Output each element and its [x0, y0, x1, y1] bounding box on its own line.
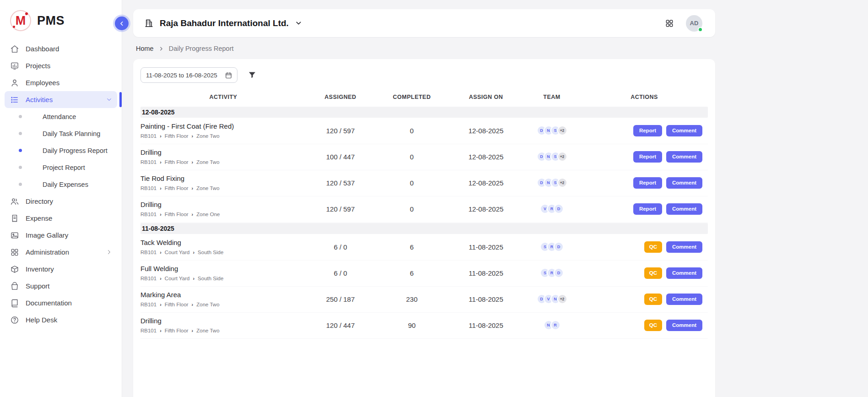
activity-path: RB101›Fifth Floor›Zone One: [140, 212, 306, 217]
activity-path: RB101›Fifth Floor›Zone Two: [140, 159, 306, 165]
activity-cell: DrillingRB101›Fifth Floor›Zone One: [140, 201, 306, 217]
comment-button[interactable]: Comment: [666, 203, 702, 215]
chevron-right-icon: ›: [192, 134, 194, 139]
report-button[interactable]: Report: [633, 125, 662, 136]
path-segment: RB101: [140, 212, 156, 217]
sidebar-item-label: Projects: [26, 62, 50, 70]
activity-title: Painting - First Coat (Fire Red): [140, 122, 306, 130]
sidebar-item-help-desk[interactable]: Help Desk: [5, 311, 117, 328]
sidebar-item-image-gallary[interactable]: Image Gallary: [5, 227, 117, 244]
actions-cell: ReportComment: [581, 151, 708, 163]
chevron-left-icon: [119, 20, 125, 27]
comment-button[interactable]: Comment: [666, 241, 702, 253]
comment-button[interactable]: Comment: [666, 125, 702, 136]
date-group-header: 11-08-2025: [140, 223, 708, 234]
sidebar-collapse-button[interactable]: [115, 16, 129, 30]
sidebar-item-label: Inventory: [26, 265, 54, 273]
qc-button[interactable]: QC: [644, 267, 662, 279]
apps-grid-button[interactable]: [665, 19, 674, 28]
sidebar-item-activities[interactable]: Activities: [5, 91, 117, 108]
sidebar-item-label: Help Desk: [26, 316, 57, 324]
completed-value: 90: [375, 321, 449, 329]
team-cell: DNS+2: [523, 178, 581, 188]
user-avatar[interactable]: AD: [686, 15, 702, 32]
calendar-icon: [225, 71, 232, 79]
sidebar-item-administration[interactable]: Administration: [5, 244, 117, 261]
filter-button[interactable]: [248, 71, 257, 80]
sidebar-subitem-attendance[interactable]: Attendance: [0, 108, 122, 125]
sidebar-subitem-daily-progress-report[interactable]: Daily Progress Report: [0, 142, 122, 159]
report-button[interactable]: Report: [633, 151, 662, 163]
sidebar-item-directory[interactable]: Directory: [5, 193, 117, 210]
table-row: Full WeldingRB101›Court Yard›South Side6…: [140, 261, 708, 287]
chevron-right-icon: [158, 46, 164, 52]
report-button[interactable]: Report: [633, 177, 662, 189]
team-cell: DVN+2: [523, 294, 581, 304]
activity-path: RB101›Fifth Floor›Zone Two: [140, 328, 306, 333]
activity-title: Drilling: [140, 201, 306, 208]
company-name: Raja Bahadur International Ltd.: [160, 18, 289, 28]
sidebar-nav: DashboardProjectsEmployeesActivitiesAtte…: [0, 38, 122, 330]
team-more-badge: +2: [557, 152, 567, 162]
comment-button[interactable]: Comment: [666, 320, 702, 331]
team-avatar: R: [550, 320, 561, 330]
assigned-value: 120 / 537: [306, 179, 375, 187]
actions-cell: QCComment: [581, 241, 708, 253]
sidebar-subitem-daily-task-planning[interactable]: Daily Task Planning: [0, 125, 122, 142]
team-cell: DNS+2: [523, 152, 581, 162]
table-row: Tack WeldingRB101›Court Yard›South Side6…: [140, 234, 708, 261]
assign-on-value: 12-08-2025: [449, 153, 523, 161]
sidebar-subitem-label: Project Report: [43, 164, 85, 171]
date-range-value: 11-08-2025 to 16-08-2025: [146, 72, 217, 79]
activity-title: Tie Rod Fixing: [140, 174, 306, 182]
sidebar-item-dashboard[interactable]: Dashboard: [5, 40, 117, 57]
team-more-badge: +2: [557, 125, 567, 136]
assign-on-value: 11-08-2025: [449, 321, 523, 329]
sidebar-subitem-daily-expenses[interactable]: Daily Expenses: [0, 176, 122, 193]
column-header-team: TEAM: [523, 94, 581, 100]
building-icon: [144, 18, 154, 28]
activity-cell: Painting - First Coat (Fire Red)RB101›Fi…: [140, 122, 306, 139]
grid-icon: [10, 248, 19, 257]
sidebar-item-employees[interactable]: Employees: [5, 74, 117, 91]
column-header-assign-on: ASSIGN ON: [449, 94, 523, 100]
table-row: DrillingRB101›Fifth Floor›Zone One120 / …: [140, 196, 708, 223]
path-segment: RB101: [140, 328, 156, 333]
report-button[interactable]: Report: [633, 203, 662, 215]
completed-value: 6: [375, 243, 449, 251]
sidebar-item-label: Documentation: [26, 299, 72, 307]
path-segment: Zone Two: [196, 159, 219, 165]
app-name: PMS: [37, 14, 65, 28]
comment-button[interactable]: Comment: [666, 177, 702, 189]
assign-on-value: 11-08-2025: [449, 243, 523, 251]
projects-icon: [10, 61, 19, 71]
sidebar-item-label: Employees: [26, 79, 59, 87]
comment-button[interactable]: Comment: [666, 267, 702, 279]
qc-button[interactable]: QC: [644, 294, 662, 305]
qc-button[interactable]: QC: [644, 241, 662, 253]
company-selector[interactable]: Raja Bahadur International Ltd.: [144, 18, 302, 28]
column-header-completed: COMPLETED: [375, 94, 449, 100]
sidebar-item-inventory[interactable]: Inventory: [5, 261, 117, 277]
chevron-right-icon: ›: [192, 302, 194, 307]
team-avatar: D: [554, 268, 564, 278]
actions-cell: ReportComment: [581, 125, 708, 136]
sidebar-item-projects[interactable]: Projects: [5, 57, 117, 74]
content-card: 11-08-2025 to 16-08-2025 ACTIVITYASSIGNE…: [133, 59, 715, 397]
sidebar-item-label: Expense: [26, 214, 52, 222]
sidebar-item-expense[interactable]: Expense: [5, 210, 117, 227]
bullet-icon: [19, 166, 22, 169]
activity-path: RB101›Court Yard›South Side: [140, 276, 306, 281]
breadcrumb-home-link[interactable]: Home: [136, 45, 154, 52]
sidebar-item-support[interactable]: Support: [5, 277, 117, 294]
comment-button[interactable]: Comment: [666, 294, 702, 305]
receipt-icon: [10, 214, 19, 223]
path-segment: RB101: [140, 159, 156, 165]
date-range-input[interactable]: 11-08-2025 to 16-08-2025: [140, 67, 237, 83]
sidebar-subitem-project-report[interactable]: Project Report: [0, 159, 122, 176]
qc-button[interactable]: QC: [644, 320, 662, 331]
sidebar-item-documentation[interactable]: Documentation: [5, 294, 117, 311]
comment-button[interactable]: Comment: [666, 151, 702, 163]
sidebar-subitem-label: Daily Expenses: [43, 181, 88, 188]
assigned-value: 120 / 597: [306, 127, 375, 135]
